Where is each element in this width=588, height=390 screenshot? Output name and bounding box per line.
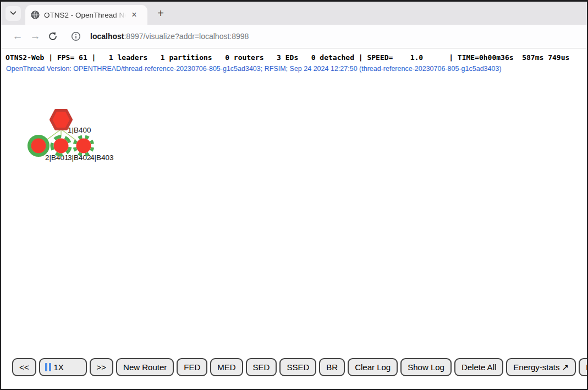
- pause-speed-button[interactable]: 1X: [39, 358, 87, 376]
- new-med-button[interactable]: MED: [210, 358, 243, 376]
- tab-search-button[interactable]: [6, 6, 21, 21]
- speed-label: 1X: [54, 362, 64, 372]
- new-sed-button[interactable]: SED: [246, 358, 277, 376]
- clear-log-button[interactable]: Clear Log: [348, 358, 398, 376]
- node-label: 4|B403: [90, 153, 114, 162]
- delete-all-button[interactable]: Delete All: [454, 358, 503, 376]
- browser-toolbar: ← → localhost:8997/visualize?addr=localh…: [1, 25, 587, 48]
- url-host: localhost: [90, 32, 124, 41]
- tab-title: OTNS2 - OpenThread Ne: [44, 11, 128, 19]
- node-leader-1[interactable]: 1|B400: [51, 111, 91, 135]
- node-label: 1|B400: [68, 126, 91, 134]
- site-info-button[interactable]: [67, 28, 85, 45]
- new-router-button[interactable]: New Router: [116, 358, 174, 376]
- tab-otns2[interactable]: OTNS2 - OpenThread Ne ×: [25, 5, 147, 25]
- reload-icon: [48, 31, 58, 41]
- new-br-button[interactable]: BR: [319, 358, 345, 376]
- energy-stats-button[interactable]: Energy-stats ↗: [506, 358, 576, 376]
- node-stats-button[interactable]: Node-stats ↗: [579, 358, 587, 376]
- address-bar[interactable]: localhost:8997/visualize?addr=localhost:…: [90, 32, 249, 41]
- tab-strip: OTNS2 - OpenThread Ne × +: [1, 2, 587, 25]
- url-path: :8997/visualize?addr=localhost:8998: [124, 32, 249, 41]
- info-icon: [71, 31, 81, 41]
- show-log-button[interactable]: Show Log: [400, 358, 452, 376]
- pause-icon: [45, 363, 51, 371]
- network-canvas[interactable]: 1|B400 2|B401 3|B402 4|B403: [1, 48, 587, 389]
- chevron-down-icon: [10, 11, 17, 15]
- speed-down-button[interactable]: <<: [12, 358, 36, 376]
- reload-button[interactable]: [44, 28, 62, 45]
- browser-window: OTNS2 - OpenThread Ne × + ← → localhost:…: [0, 0, 588, 390]
- back-button[interactable]: ←: [9, 28, 26, 45]
- new-tab-button[interactable]: +: [153, 6, 168, 21]
- speed-up-button[interactable]: >>: [90, 358, 114, 376]
- simulation-status-bar: OTNS2-Web | FPS= 61 | 1 leaders 1 partit…: [1, 48, 587, 62]
- new-ssed-button[interactable]: SSED: [279, 358, 316, 376]
- globe-icon: [31, 10, 40, 19]
- control-bar: << 1X >> New Router FED MED SED SSED BR …: [12, 358, 587, 376]
- forward-button[interactable]: →: [26, 28, 44, 45]
- otns-page: OTNS2-Web | FPS= 61 | 1 leaders 1 partit…: [1, 48, 587, 389]
- new-fed-button[interactable]: FED: [177, 358, 207, 376]
- openthread-version-text: OpenThread Version: OPENTHREAD/thread-re…: [1, 62, 587, 73]
- tab-close-icon[interactable]: ×: [129, 9, 140, 20]
